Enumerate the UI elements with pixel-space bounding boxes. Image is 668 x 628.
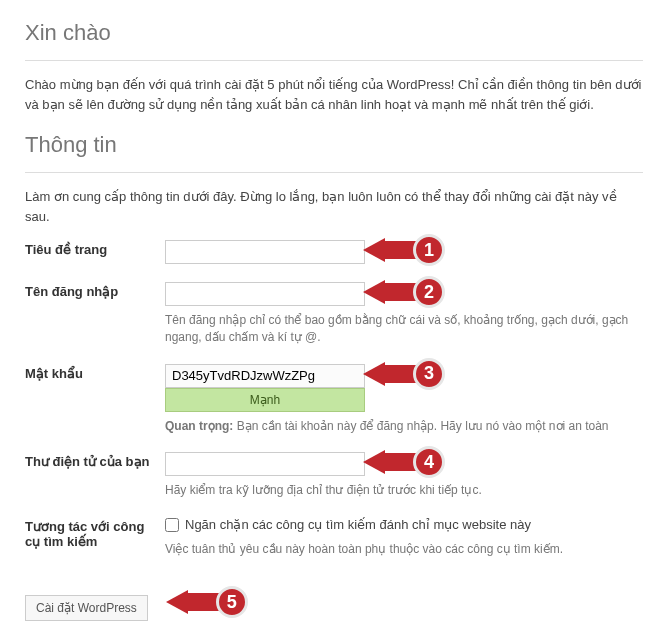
callout-number: 3	[413, 358, 445, 390]
checkbox-text: Ngăn chặn các công cụ tìm kiếm đánh chỉ …	[185, 517, 531, 532]
arrow-left-icon	[363, 362, 385, 386]
divider	[25, 60, 643, 61]
important-text: Bạn cần tài khoản này để đăng nhập. Hãy …	[233, 419, 608, 433]
callout-2: 2	[363, 276, 445, 308]
label-search-engines: Tương tác với công cụ tìm kiếm	[25, 509, 165, 567]
callout-1: 1	[363, 234, 445, 266]
important-label: Quan trọng:	[165, 419, 233, 433]
info-text: Làm ơn cung cấp thông tin dưới đây. Đừng…	[25, 187, 643, 226]
callout-number: 5	[216, 586, 248, 618]
password-strength-meter: Mạnh	[165, 388, 365, 412]
email-hint: Hãy kiểm tra kỹ lưỡng địa chỉ thư điện t…	[165, 482, 643, 499]
callout-number: 4	[413, 446, 445, 478]
search-engine-checkbox-label[interactable]: Ngăn chặn các công cụ tìm kiếm đánh chỉ …	[165, 517, 531, 532]
install-wordpress-button[interactable]: Cài đặt WordPress	[25, 595, 148, 621]
label-username: Tên đăng nhập	[25, 274, 165, 356]
username-input[interactable]	[165, 282, 365, 306]
callout-number: 2	[413, 276, 445, 308]
label-site-title: Tiêu đề trang	[25, 232, 165, 274]
install-form: Tiêu đề trang 1 Tên đăng nhập 2 Tên đăng…	[25, 232, 643, 567]
divider	[25, 172, 643, 173]
label-password: Mật khẩu	[25, 356, 165, 445]
intro-text: Chào mừng bạn đến với quá trình cài đặt …	[25, 75, 643, 114]
search-engine-hint: Việc tuân thủ yêu cầu này hoàn toàn phụ …	[165, 541, 643, 558]
username-hint: Tên đăng nhập chỉ có thể bao gồm bằng ch…	[165, 312, 643, 346]
arrow-left-icon	[363, 450, 385, 474]
site-title-input[interactable]	[165, 240, 365, 264]
arrow-left-icon	[363, 280, 385, 304]
arrow-left-icon	[363, 238, 385, 262]
section-heading: Thông tin	[25, 132, 643, 158]
callout-3: 3	[363, 358, 445, 390]
password-important: Quan trọng: Bạn cần tài khoản này để đăn…	[165, 418, 643, 435]
page-heading: Xin chào	[25, 20, 643, 46]
email-input[interactable]	[165, 452, 365, 476]
label-email: Thư điện tử của bạn	[25, 444, 165, 509]
arrow-left-icon	[166, 590, 188, 614]
callout-number: 1	[413, 234, 445, 266]
password-input[interactable]	[165, 364, 365, 388]
callout-5: 5	[166, 586, 248, 618]
search-engine-checkbox[interactable]	[165, 518, 179, 532]
callout-4: 4	[363, 446, 445, 478]
